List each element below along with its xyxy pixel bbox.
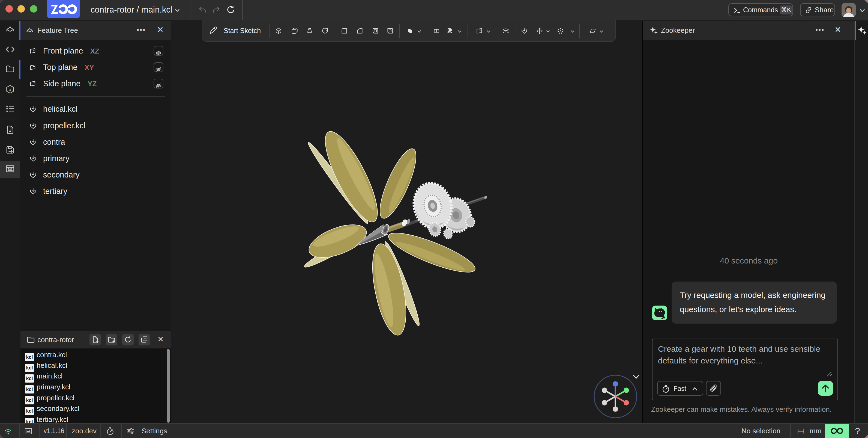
svg-text:x: x <box>9 87 11 92</box>
